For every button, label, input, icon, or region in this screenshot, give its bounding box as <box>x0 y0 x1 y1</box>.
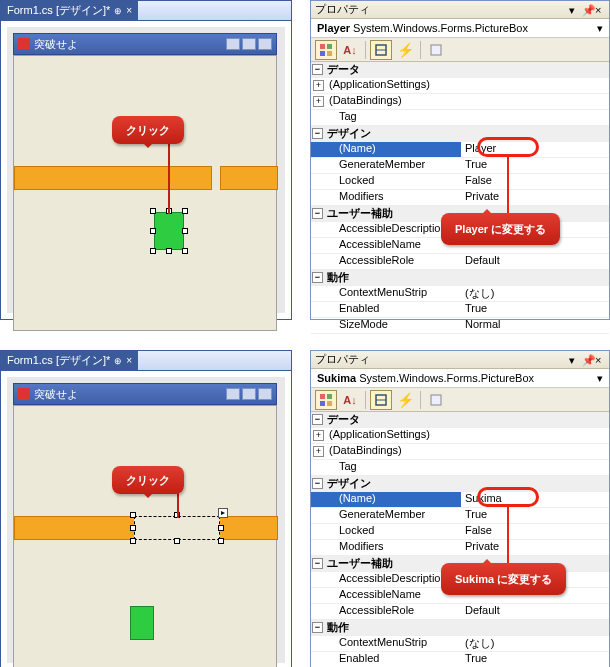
expand-icon[interactable]: − <box>312 128 323 139</box>
property-row[interactable]: (Name) Player <box>311 142 609 158</box>
property-row[interactable]: GenerateMember True <box>311 508 609 524</box>
property-value[interactable]: True <box>465 508 487 520</box>
property-row[interactable]: Modifiers Private <box>311 190 609 206</box>
expand-icon[interactable]: + <box>313 430 324 441</box>
property-grid[interactable]: −データ +(ApplicationSettings) +(DataBindin… <box>311 62 609 334</box>
property-pages-button[interactable] <box>425 390 447 410</box>
pin-icon[interactable]: 📌 <box>582 4 592 14</box>
categorized-button[interactable] <box>315 40 337 60</box>
chevron-down-icon[interactable]: ▾ <box>597 372 603 385</box>
property-value[interactable]: Normal <box>465 318 500 330</box>
maximize-icon[interactable] <box>242 388 256 400</box>
category-row[interactable]: −動作 <box>311 620 609 636</box>
category-row[interactable]: −データ <box>311 62 609 78</box>
close-icon[interactable]: × <box>595 354 605 364</box>
maximize-icon[interactable] <box>242 38 256 50</box>
property-row[interactable]: Tag <box>311 110 609 126</box>
property-value[interactable]: Default <box>465 254 500 266</box>
form-body[interactable]: クリック <box>13 55 277 331</box>
smarttag-icon[interactable]: ▸ <box>218 508 228 518</box>
property-row[interactable]: ContextMenuStrip (なし) <box>311 286 609 302</box>
expand-icon[interactable]: − <box>312 478 323 489</box>
object-selector[interactable]: Player System.Windows.Forms.PictureBox ▾ <box>311 19 609 38</box>
svg-rect-3 <box>327 51 332 56</box>
expand-icon[interactable]: − <box>312 414 323 425</box>
property-row[interactable]: Enabled True <box>311 302 609 318</box>
property-row[interactable]: Locked False <box>311 524 609 540</box>
category-row[interactable]: −デザイン <box>311 476 609 492</box>
property-row[interactable]: Locked False <box>311 174 609 190</box>
alphabetical-button[interactable]: A↓ <box>339 40 361 60</box>
design-surface[interactable]: 突破せよ ▸ クリック <box>7 377 285 663</box>
property-value[interactable]: False <box>465 524 492 536</box>
object-selector[interactable]: Sukima System.Windows.Forms.PictureBox ▾ <box>311 369 609 388</box>
tab-form-designer[interactable]: Form1.cs [デザイン]* ⊕ × <box>1 351 138 370</box>
category-row[interactable]: −デザイン <box>311 126 609 142</box>
alphabetical-button[interactable]: A↓ <box>339 390 361 410</box>
minimize-icon[interactable] <box>226 38 240 50</box>
close-window-icon[interactable] <box>258 388 272 400</box>
property-row[interactable]: +(ApplicationSettings) <box>311 78 609 94</box>
property-row[interactable]: +(DataBindings) <box>311 94 609 110</box>
close-icon[interactable]: × <box>126 355 132 366</box>
property-row[interactable]: +(DataBindings) <box>311 444 609 460</box>
property-row[interactable]: SizeMode Normal <box>311 318 609 334</box>
close-window-icon[interactable] <box>258 38 272 50</box>
dropdown-icon[interactable]: ▾ <box>569 4 579 14</box>
property-value[interactable]: (なし) <box>465 287 494 299</box>
close-icon[interactable]: × <box>595 4 605 14</box>
pin-icon[interactable]: ⊕ <box>114 356 122 366</box>
expand-icon[interactable]: + <box>313 446 324 457</box>
property-value[interactable]: Default <box>465 604 500 616</box>
expand-icon[interactable]: − <box>312 64 323 75</box>
pin-icon[interactable]: 📌 <box>582 354 592 364</box>
minimize-icon[interactable] <box>226 388 240 400</box>
property-value[interactable]: True <box>465 158 487 170</box>
property-value[interactable]: True <box>465 302 487 314</box>
expand-icon[interactable]: + <box>313 96 324 107</box>
expand-icon[interactable]: − <box>312 558 323 569</box>
property-grid[interactable]: −データ +(ApplicationSettings) +(DataBindin… <box>311 412 609 667</box>
property-row[interactable]: AccessibleRole Default <box>311 254 609 270</box>
property-value[interactable]: (なし) <box>465 637 494 649</box>
expand-icon[interactable]: − <box>312 272 323 283</box>
property-row[interactable]: GenerateMember True <box>311 158 609 174</box>
property-value[interactable]: False <box>465 174 492 186</box>
picturebox-player[interactable] <box>154 212 184 250</box>
form-body[interactable]: ▸ クリック <box>13 405 277 667</box>
categorized-button[interactable] <box>315 390 337 410</box>
category-row[interactable]: −動作 <box>311 270 609 286</box>
design-surface[interactable]: 突破せよ クリック <box>7 27 285 313</box>
property-row[interactable]: (Name) Sukima <box>311 492 609 508</box>
instruction-callout: Sukima に変更する <box>441 563 566 595</box>
property-value[interactable]: Player <box>465 142 496 154</box>
form-titlebar[interactable]: 突破せよ <box>13 383 277 405</box>
expand-icon[interactable]: + <box>313 80 324 91</box>
property-row[interactable]: Enabled True <box>311 652 609 667</box>
property-value[interactable]: True <box>465 652 487 664</box>
property-row[interactable]: Modifiers Private <box>311 540 609 556</box>
form-titlebar[interactable]: 突破せよ <box>13 33 277 55</box>
expand-icon[interactable]: − <box>312 208 323 219</box>
property-value[interactable]: Sukima <box>465 492 502 504</box>
property-row[interactable]: +(ApplicationSettings) <box>311 428 609 444</box>
expand-icon[interactable]: − <box>312 622 323 633</box>
property-row[interactable]: Tag <box>311 460 609 476</box>
property-row[interactable]: ContextMenuStrip (なし) <box>311 636 609 652</box>
properties-button[interactable] <box>370 390 392 410</box>
property-pages-button[interactable] <box>425 40 447 60</box>
property-value[interactable]: Private <box>465 190 499 202</box>
picturebox-sukima[interactable] <box>134 516 220 540</box>
pin-icon[interactable]: ⊕ <box>114 6 122 16</box>
property-value[interactable]: Private <box>465 540 499 552</box>
events-button[interactable]: ⚡ <box>394 390 416 410</box>
property-row[interactable]: AccessibleRole Default <box>311 604 609 620</box>
chevron-down-icon[interactable]: ▾ <box>597 22 603 35</box>
properties-button[interactable] <box>370 40 392 60</box>
tab-form-designer[interactable]: Form1.cs [デザイン]* ⊕ × <box>1 1 138 20</box>
picturebox-player[interactable] <box>130 606 154 640</box>
dropdown-icon[interactable]: ▾ <box>569 354 579 364</box>
close-icon[interactable]: × <box>126 5 132 16</box>
events-button[interactable]: ⚡ <box>394 40 416 60</box>
category-row[interactable]: −データ <box>311 412 609 428</box>
